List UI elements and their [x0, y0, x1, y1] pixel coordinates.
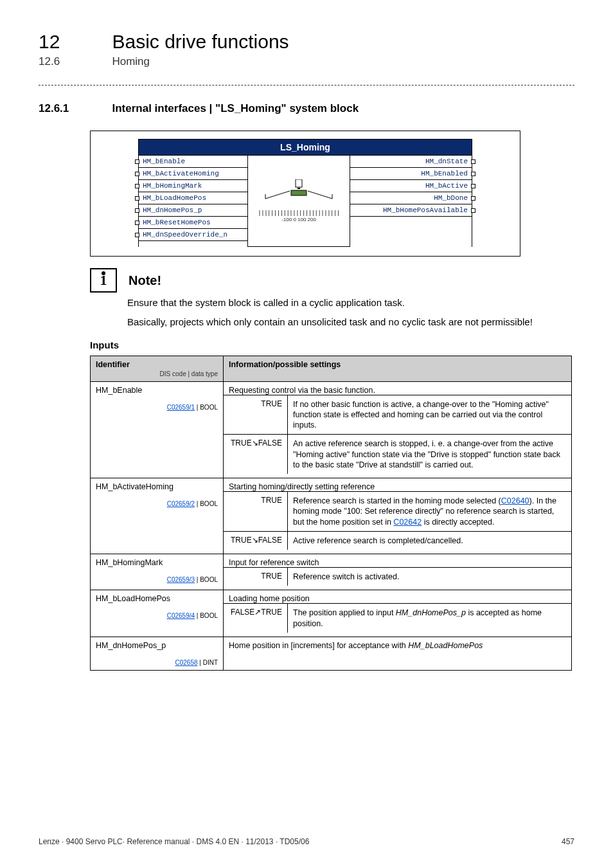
- value-desc: Reference search is started in the homin…: [288, 492, 571, 531]
- port-out: HM_bDone: [350, 192, 472, 204]
- scale-labels: -100 0 100 200: [258, 217, 339, 222]
- dis-code-link[interactable]: C02658: [175, 659, 197, 666]
- note-body: Ensure that the system block is called i…: [127, 296, 574, 329]
- svg-rect-0: [296, 179, 302, 187]
- identifier-name: HM_bActivateHoming: [96, 482, 173, 491]
- value-desc: Home position in [increments] for accept…: [229, 641, 483, 650]
- port-in: HM_dnHomePos_p: [139, 204, 247, 217]
- dis-code-link[interactable]: C02659/3: [167, 576, 195, 583]
- desc-top: Input for reference switch: [229, 558, 319, 567]
- table-row: HM_bActivateHoming C02659/2 | BOOL Start…: [91, 478, 572, 554]
- dis-code-link[interactable]: C02659/1: [167, 404, 195, 411]
- port-in: HM_bEnable: [139, 156, 247, 168]
- identifier-name: HM_bHomingMark: [96, 558, 163, 567]
- port-out: HM_bEnabled: [350, 168, 472, 180]
- th-info: Information/possible settings: [224, 356, 572, 381]
- subsection-title: Internal interfaces | "LS_Homing" system…: [112, 102, 359, 115]
- inputs-table: Identifier DIS code | data type Informat…: [90, 356, 572, 671]
- table-row: HM_bEnable C02659/1 | BOOL Requesting co…: [91, 381, 572, 478]
- value-desc: Reference switch is activated.: [288, 568, 571, 586]
- desc-top: Loading home position: [229, 594, 310, 603]
- divider: [39, 85, 574, 86]
- port-out: HM_bHomePosAvailable: [350, 204, 472, 217]
- port-in: HM_bLoadHomePos: [139, 192, 247, 204]
- link[interactable]: C02642: [393, 518, 422, 527]
- value-key: FALSE↗TRUE: [224, 604, 288, 633]
- chapter-number: 12: [39, 31, 109, 53]
- svg-line-4: [308, 191, 332, 199]
- value-key: TRUE↘FALSE: [224, 435, 288, 474]
- identifier-name: HM_bEnable: [96, 386, 142, 395]
- th-identifier: Identifier DIS code | data type: [91, 356, 224, 381]
- value-key: TRUE: [224, 395, 288, 435]
- table-row: HM_dnHomePos_p C02658 | DINT Home positi…: [91, 637, 572, 670]
- inputs-heading: Inputs: [90, 339, 574, 350]
- identifier-name: HM_dnHomePos_p: [96, 641, 166, 650]
- desc-top: Starting homing/directly setting referen…: [229, 482, 375, 491]
- section-number: 12.6: [39, 55, 109, 68]
- subsection-number: 12.6.1: [39, 102, 109, 115]
- value-desc: The position applied to input HM_dnHomeP…: [288, 604, 571, 633]
- dis-code-link[interactable]: C02659/4: [167, 612, 195, 619]
- link[interactable]: C02640: [501, 496, 529, 505]
- table-row: HM_bLoadHomePos C02659/4 | BOOL Loading …: [91, 590, 572, 637]
- page-number: 457: [562, 837, 574, 846]
- value-key: TRUE: [224, 568, 288, 586]
- port-in: HM_bResetHomePos: [139, 217, 247, 229]
- svg-rect-2: [291, 190, 306, 195]
- note-paragraph: Ensure that the system block is called i…: [127, 296, 574, 309]
- note-paragraph: Basically, projects which only contain a…: [127, 316, 574, 329]
- value-desc: An active reference search is stopped, i…: [288, 435, 571, 474]
- svg-line-3: [265, 191, 290, 199]
- port-in: HM_bActivateHoming: [139, 168, 247, 180]
- desc-top: Requesting control via the basic functio…: [229, 386, 375, 395]
- value-key: TRUE: [224, 492, 288, 531]
- info-icon: 1: [90, 268, 117, 293]
- port-in: HM_bHomingMark: [139, 180, 247, 192]
- diagram-title: LS_Homing: [138, 139, 472, 156]
- port-out: HM_bActive: [350, 180, 472, 192]
- port-out: HM_dnState: [350, 156, 472, 168]
- table-row: HM_bHomingMark C02659/3 | BOOL Input for…: [91, 554, 572, 590]
- dis-code-link[interactable]: C02659/2: [167, 500, 195, 507]
- chapter-title: Basic drive functions: [112, 31, 289, 53]
- block-diagram: LS_Homing HM_bEnable HM_bActivateHoming …: [90, 131, 520, 257]
- value-key: TRUE↘FALSE: [224, 532, 288, 550]
- value-desc: Active reference search is completed/can…: [288, 532, 571, 550]
- value-desc: If no other basic function is active, a …: [288, 395, 571, 435]
- footer-left: Lenze · 9400 Servo PLC· Reference manual…: [39, 837, 309, 846]
- diagram-center: |||||||||||||||||||||||||| -100 0 100 20…: [247, 156, 351, 247]
- section-title: Homing: [112, 55, 150, 68]
- note-label: Note!: [129, 273, 161, 288]
- port-in: HM_dnSpeedOverride_n: [139, 229, 247, 241]
- scale-ticks: ||||||||||||||||||||||||||: [258, 210, 339, 217]
- identifier-name: HM_bLoadHomePos: [96, 594, 170, 603]
